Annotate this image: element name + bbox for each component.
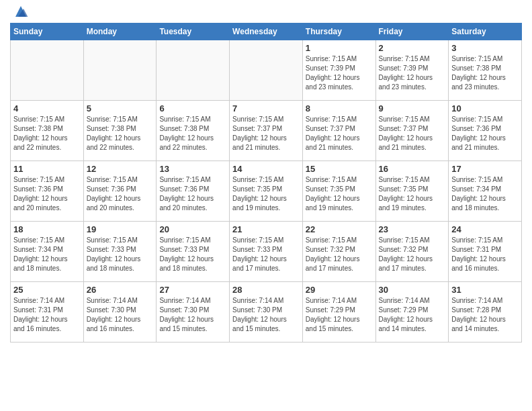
calendar-cell: 11Sunrise: 7:15 AM Sunset: 7:36 PM Dayli…	[11, 161, 84, 222]
header-saturday: Saturday	[449, 24, 522, 40]
calendar-cell: 26Sunrise: 7:14 AM Sunset: 7:30 PM Dayli…	[83, 282, 157, 342]
day-number: 4	[13, 103, 81, 113]
cell-info: Sunrise: 7:15 AM Sunset: 7:32 PM Dayligh…	[306, 236, 373, 273]
calendar-cell: 31Sunrise: 7:14 AM Sunset: 7:28 PM Dayli…	[449, 282, 522, 342]
calendar-cell: 8Sunrise: 7:15 AM Sunset: 7:37 PM Daylig…	[302, 101, 375, 161]
day-number: 23	[379, 224, 446, 234]
header-friday: Friday	[375, 24, 449, 40]
cell-info: Sunrise: 7:14 AM Sunset: 7:29 PM Dayligh…	[379, 296, 446, 334]
cell-info: Sunrise: 7:14 AM Sunset: 7:30 PM Dayligh…	[232, 296, 300, 334]
calendar-cell: 29Sunrise: 7:14 AM Sunset: 7:29 PM Dayli…	[302, 282, 375, 342]
cell-info: Sunrise: 7:14 AM Sunset: 7:30 PM Dayligh…	[87, 296, 154, 334]
day-number: 7	[232, 103, 300, 113]
calendar-cell: 10Sunrise: 7:15 AM Sunset: 7:36 PM Dayli…	[449, 101, 522, 161]
cell-info: Sunrise: 7:15 AM Sunset: 7:32 PM Dayligh…	[379, 236, 446, 273]
calendar-cell	[11, 40, 84, 101]
cell-info: Sunrise: 7:14 AM Sunset: 7:28 PM Dayligh…	[451, 296, 519, 334]
calendar-week-4: 25Sunrise: 7:14 AM Sunset: 7:31 PM Dayli…	[11, 282, 522, 342]
day-number: 20	[159, 224, 226, 234]
cell-info: Sunrise: 7:15 AM Sunset: 7:38 PM Dayligh…	[451, 54, 519, 92]
cell-info: Sunrise: 7:15 AM Sunset: 7:33 PM Dayligh…	[159, 236, 226, 273]
calendar-cell: 27Sunrise: 7:14 AM Sunset: 7:30 PM Dayli…	[157, 282, 230, 342]
day-number: 5	[87, 103, 154, 113]
day-number: 2	[379, 43, 446, 53]
day-number: 3	[451, 43, 519, 53]
header-thursday: Thursday	[302, 24, 375, 40]
calendar-cell: 23Sunrise: 7:15 AM Sunset: 7:32 PM Dayli…	[375, 222, 449, 282]
cell-info: Sunrise: 7:14 AM Sunset: 7:29 PM Dayligh…	[306, 296, 373, 334]
calendar-cell: 30Sunrise: 7:14 AM Sunset: 7:29 PM Dayli…	[375, 282, 449, 342]
calendar-cell: 20Sunrise: 7:15 AM Sunset: 7:33 PM Dayli…	[157, 222, 230, 282]
cell-info: Sunrise: 7:15 AM Sunset: 7:36 PM Dayligh…	[159, 175, 226, 213]
calendar-cell: 5Sunrise: 7:15 AM Sunset: 7:38 PM Daylig…	[83, 101, 157, 161]
calendar-cell: 28Sunrise: 7:14 AM Sunset: 7:30 PM Dayli…	[230, 282, 303, 342]
calendar: SundayMondayTuesdayWednesdayThursdayFrid…	[10, 23, 522, 342]
calendar-week-2: 11Sunrise: 7:15 AM Sunset: 7:36 PM Dayli…	[11, 161, 522, 222]
calendar-cell: 17Sunrise: 7:15 AM Sunset: 7:34 PM Dayli…	[449, 161, 522, 222]
cell-info: Sunrise: 7:15 AM Sunset: 7:38 PM Dayligh…	[13, 115, 81, 152]
calendar-cell: 18Sunrise: 7:15 AM Sunset: 7:34 PM Dayli…	[11, 222, 84, 282]
day-number: 6	[159, 103, 226, 113]
day-number: 14	[232, 164, 300, 174]
day-number: 17	[451, 164, 519, 174]
day-number: 15	[306, 164, 373, 174]
header-tuesday: Tuesday	[157, 24, 230, 40]
calendar-cell: 12Sunrise: 7:15 AM Sunset: 7:36 PM Dayli…	[83, 161, 157, 222]
calendar-cell: 6Sunrise: 7:15 AM Sunset: 7:38 PM Daylig…	[157, 101, 230, 161]
day-number: 22	[306, 224, 373, 234]
cell-info: Sunrise: 7:15 AM Sunset: 7:33 PM Dayligh…	[232, 236, 300, 273]
day-number: 27	[159, 285, 226, 295]
calendar-header-row: SundayMondayTuesdayWednesdayThursdayFrid…	[11, 24, 522, 40]
cell-info: Sunrise: 7:15 AM Sunset: 7:37 PM Dayligh…	[306, 115, 373, 152]
calendar-cell: 2Sunrise: 7:15 AM Sunset: 7:39 PM Daylig…	[375, 40, 449, 101]
cell-info: Sunrise: 7:15 AM Sunset: 7:39 PM Dayligh…	[306, 54, 373, 92]
day-number: 26	[87, 285, 154, 295]
day-number: 24	[451, 224, 519, 234]
calendar-cell: 19Sunrise: 7:15 AM Sunset: 7:33 PM Dayli…	[83, 222, 157, 282]
calendar-week-1: 4Sunrise: 7:15 AM Sunset: 7:38 PM Daylig…	[11, 101, 522, 161]
day-number: 1	[306, 43, 373, 53]
cell-info: Sunrise: 7:15 AM Sunset: 7:36 PM Dayligh…	[451, 115, 519, 152]
cell-info: Sunrise: 7:14 AM Sunset: 7:31 PM Dayligh…	[13, 296, 81, 334]
calendar-week-0: 1Sunrise: 7:15 AM Sunset: 7:39 PM Daylig…	[11, 40, 522, 101]
cell-info: Sunrise: 7:15 AM Sunset: 7:34 PM Dayligh…	[13, 236, 81, 273]
logo	[10, 10, 29, 19]
calendar-cell: 22Sunrise: 7:15 AM Sunset: 7:32 PM Dayli…	[302, 222, 375, 282]
day-number: 16	[379, 164, 446, 174]
cell-info: Sunrise: 7:15 AM Sunset: 7:35 PM Dayligh…	[379, 175, 446, 213]
calendar-cell: 24Sunrise: 7:15 AM Sunset: 7:31 PM Dayli…	[449, 222, 522, 282]
cell-info: Sunrise: 7:15 AM Sunset: 7:37 PM Dayligh…	[232, 115, 300, 152]
cell-info: Sunrise: 7:15 AM Sunset: 7:38 PM Dayligh…	[159, 115, 226, 152]
header-monday: Monday	[83, 24, 157, 40]
calendar-cell: 4Sunrise: 7:15 AM Sunset: 7:38 PM Daylig…	[11, 101, 84, 161]
day-number: 31	[451, 285, 519, 295]
cell-info: Sunrise: 7:15 AM Sunset: 7:34 PM Dayligh…	[451, 175, 519, 213]
cell-info: Sunrise: 7:15 AM Sunset: 7:35 PM Dayligh…	[306, 175, 373, 213]
day-number: 9	[379, 103, 446, 113]
calendar-cell: 3Sunrise: 7:15 AM Sunset: 7:38 PM Daylig…	[449, 40, 522, 101]
cell-info: Sunrise: 7:15 AM Sunset: 7:35 PM Dayligh…	[232, 175, 300, 213]
calendar-cell	[83, 40, 157, 101]
day-number: 18	[13, 224, 81, 234]
cell-info: Sunrise: 7:15 AM Sunset: 7:38 PM Dayligh…	[87, 115, 154, 152]
calendar-cell: 13Sunrise: 7:15 AM Sunset: 7:36 PM Dayli…	[157, 161, 230, 222]
calendar-cell: 14Sunrise: 7:15 AM Sunset: 7:35 PM Dayli…	[230, 161, 303, 222]
day-number: 10	[451, 103, 519, 113]
calendar-cell: 16Sunrise: 7:15 AM Sunset: 7:35 PM Dayli…	[375, 161, 449, 222]
calendar-cell	[157, 40, 230, 101]
header	[10, 7, 522, 19]
day-number: 29	[306, 285, 373, 295]
cell-info: Sunrise: 7:15 AM Sunset: 7:31 PM Dayligh…	[451, 236, 519, 273]
cell-info: Sunrise: 7:14 AM Sunset: 7:30 PM Dayligh…	[159, 296, 226, 334]
day-number: 25	[13, 285, 81, 295]
calendar-cell	[230, 40, 303, 101]
cell-info: Sunrise: 7:15 AM Sunset: 7:36 PM Dayligh…	[87, 175, 154, 213]
calendar-cell: 1Sunrise: 7:15 AM Sunset: 7:39 PM Daylig…	[302, 40, 375, 101]
cell-info: Sunrise: 7:15 AM Sunset: 7:36 PM Dayligh…	[13, 175, 81, 213]
calendar-cell: 15Sunrise: 7:15 AM Sunset: 7:35 PM Dayli…	[302, 161, 375, 222]
day-number: 13	[159, 164, 226, 174]
header-wednesday: Wednesday	[230, 24, 303, 40]
calendar-cell: 9Sunrise: 7:15 AM Sunset: 7:37 PM Daylig…	[375, 101, 449, 161]
cell-info: Sunrise: 7:15 AM Sunset: 7:39 PM Dayligh…	[379, 54, 446, 92]
day-number: 30	[379, 285, 446, 295]
